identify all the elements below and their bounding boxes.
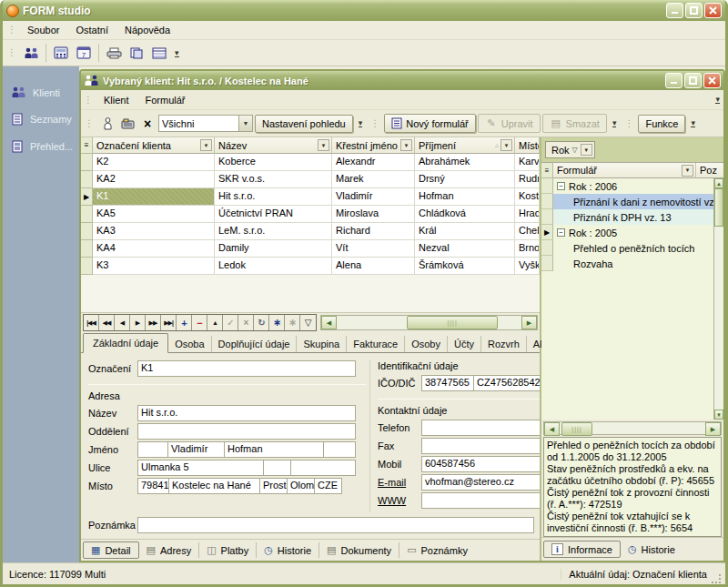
misto-field[interactable]: Kostelec na Hané bbox=[168, 478, 260, 494]
mobil-field[interactable]: 604587456 bbox=[421, 456, 540, 472]
column-filter-button[interactable]: ▼ bbox=[318, 139, 329, 151]
scroll-left-icon[interactable]: ◀ bbox=[544, 422, 560, 436]
poznamka-field[interactable] bbox=[137, 517, 534, 533]
stat-field[interactable]: CZE bbox=[314, 478, 342, 494]
nav-first-button[interactable]: |◀◀ bbox=[84, 315, 99, 330]
column-filter-button[interactable]: ▼ bbox=[682, 165, 693, 177]
nav-last-button[interactable]: ▶▶| bbox=[161, 315, 177, 330]
kraj-field[interactable]: Olom bbox=[287, 478, 315, 494]
calculator-button[interactable] bbox=[50, 43, 72, 64]
tree-item-row[interactable]: Přiznání k DPH vz. 13 bbox=[541, 209, 713, 225]
group-grip[interactable]: ⋮ bbox=[368, 119, 382, 128]
titul-za-field[interactable] bbox=[323, 441, 356, 458]
delete-form-button[interactable]: ▤ Smazat bbox=[542, 114, 607, 133]
scroll-right-icon[interactable]: ▶ bbox=[705, 422, 721, 436]
dic-field[interactable]: CZ475628542 bbox=[473, 375, 540, 391]
nav-filter-button[interactable]: ▽ bbox=[300, 315, 316, 330]
group-overflow-button[interactable]: ▾ bbox=[359, 119, 363, 127]
tab-platby[interactable]: ◫Platby bbox=[199, 542, 257, 558]
ulice-field[interactable]: Ulmanka 5 bbox=[137, 460, 264, 476]
group-overflow-button[interactable]: ▾ bbox=[691, 119, 695, 127]
tab-poznamky[interactable]: ▭Poznámky bbox=[399, 542, 475, 558]
resize-grip[interactable] bbox=[711, 573, 722, 584]
tree-item-row[interactable]: Rozvaha bbox=[541, 256, 713, 271]
column-header-nazev[interactable]: Název▼ bbox=[215, 137, 332, 154]
www-field[interactable] bbox=[421, 492, 540, 509]
tab-skupina[interactable]: Skupina bbox=[297, 336, 347, 352]
nav-prior-page-button[interactable]: ◀◀ bbox=[99, 315, 115, 330]
tab-historie[interactable]: ◷Historie bbox=[257, 542, 319, 558]
print-button[interactable] bbox=[103, 43, 125, 64]
tab-osoby[interactable]: Osoby bbox=[405, 336, 448, 352]
maximize-button[interactable] bbox=[685, 3, 703, 18]
table-row-selected[interactable]: ▶ K1 Hit s.r.o. Vladimír Hofman Kost bbox=[81, 188, 540, 206]
column-header-misto[interactable]: Místo bbox=[515, 137, 540, 154]
grid-horizontal-scrollbar[interactable]: ◀ |||| ▶ bbox=[320, 315, 538, 330]
forms-horizontal-scrollbar[interactable]: ◀ |||| ▶ bbox=[543, 421, 722, 435]
menu-napoveda[interactable]: Nápověda bbox=[116, 22, 178, 38]
menu-ostatni[interactable]: Ostatní bbox=[67, 22, 116, 38]
clients-button[interactable] bbox=[20, 43, 42, 64]
group-grip[interactable]: ⋮ bbox=[622, 119, 636, 128]
telefon-field[interactable] bbox=[421, 420, 540, 436]
jmeno-field[interactable]: Vladimír bbox=[167, 441, 225, 458]
table-row[interactable]: KA5 Účetnictví PRAN Miroslava Chládková … bbox=[81, 206, 540, 223]
www-link-label[interactable]: WWW bbox=[378, 495, 421, 506]
menubar-grip[interactable]: ⋮ bbox=[5, 25, 19, 35]
nav-prior-button[interactable]: ◀ bbox=[115, 315, 130, 330]
nav-refresh-button[interactable]: ↻ bbox=[254, 315, 269, 330]
sidebar-item-prehled[interactable]: Přehled... bbox=[3, 133, 79, 160]
client-minimize-button[interactable] bbox=[665, 73, 682, 88]
nav-post-button[interactable]: ✓ bbox=[223, 315, 238, 330]
column-filter-button[interactable]: ▼ bbox=[200, 139, 212, 151]
forms-button[interactable]: 7 bbox=[73, 43, 95, 64]
chevron-down-icon[interactable]: ▼ bbox=[238, 116, 252, 131]
view-settings-button[interactable]: Nastavení pohledu bbox=[255, 115, 353, 133]
oznaceni-field[interactable]: K1 bbox=[137, 360, 356, 377]
group-overflow-button[interactable]: ▾ bbox=[612, 119, 617, 127]
client-menu-overflow-button[interactable]: ▾ bbox=[715, 96, 720, 104]
nav-cancel-button[interactable]: × bbox=[238, 315, 254, 330]
okres-field[interactable]: Prost bbox=[259, 478, 288, 494]
tree-group-row[interactable]: −Rok : 2006 bbox=[541, 178, 713, 194]
oddeleni-field[interactable] bbox=[137, 423, 356, 440]
scroll-up-icon[interactable]: ▲ bbox=[714, 178, 723, 188]
tree-item-row[interactable]: Přiznání k dani z nemovitostí vz bbox=[541, 194, 713, 209]
tab-ucty[interactable]: Účty bbox=[448, 336, 481, 352]
nav-insert-button[interactable]: + bbox=[177, 315, 192, 330]
nav-next-button[interactable]: ▶ bbox=[130, 315, 146, 330]
card-file-button[interactable] bbox=[118, 113, 136, 134]
client-detail-button[interactable] bbox=[98, 113, 116, 134]
fax-field[interactable] bbox=[421, 438, 540, 454]
scrollbar-thumb[interactable] bbox=[714, 188, 723, 227]
menu-soubor[interactable]: Soubor bbox=[19, 22, 67, 38]
tab-fakturace[interactable]: Fakturace bbox=[347, 336, 405, 352]
client-menubar-grip[interactable]: ⋮ bbox=[81, 96, 96, 105]
scrollbar-thumb[interactable]: |||| bbox=[561, 422, 592, 436]
email-link-label[interactable]: E-mail bbox=[378, 477, 421, 488]
tab-osoba[interactable]: Osoba bbox=[168, 336, 211, 352]
collapse-icon[interactable]: − bbox=[557, 228, 565, 237]
client-maximize-button[interactable] bbox=[684, 73, 702, 88]
table-row[interactable]: K2 Koberce Alexandr Abrahámek Karv bbox=[81, 154, 540, 171]
column-header-prijmeni[interactable]: Příjmení▵▼ bbox=[415, 137, 515, 154]
scroll-right-icon[interactable]: ▶ bbox=[521, 316, 537, 329]
nav-bookmark2-button[interactable]: ∗ bbox=[285, 315, 300, 330]
table-row[interactable]: KA3 LeM. s.r.o. Richard Král Cheb bbox=[81, 223, 540, 240]
nav-edit-button[interactable]: ▲ bbox=[207, 315, 223, 330]
menu-klient[interactable]: Klient bbox=[96, 92, 137, 108]
toolbar-grip[interactable]: ⋮ bbox=[5, 48, 19, 57]
client-close-button[interactable] bbox=[703, 73, 721, 88]
collapse-icon[interactable]: − bbox=[557, 182, 565, 190]
sidebar-item-seznamy[interactable]: Seznamy bbox=[3, 106, 79, 133]
column-header-formular[interactable]: Formulář▼ bbox=[553, 163, 696, 178]
ico-field[interactable]: 38747565 bbox=[421, 375, 474, 391]
minimize-button[interactable] bbox=[666, 3, 683, 18]
lists-button[interactable] bbox=[148, 43, 170, 64]
tab-detail[interactable]: ▦Detail bbox=[83, 541, 139, 559]
group-grip[interactable]: ⋮ bbox=[82, 119, 96, 128]
prijmeni-field[interactable]: Hofman bbox=[224, 441, 324, 458]
tree-group-row-current[interactable]: ▶ −Rok : 2005 bbox=[541, 225, 713, 240]
tab-historie-panel[interactable]: ◷Historie bbox=[621, 541, 682, 557]
tab-doplnujici-udaje[interactable]: Doplňující údaje bbox=[212, 336, 298, 352]
